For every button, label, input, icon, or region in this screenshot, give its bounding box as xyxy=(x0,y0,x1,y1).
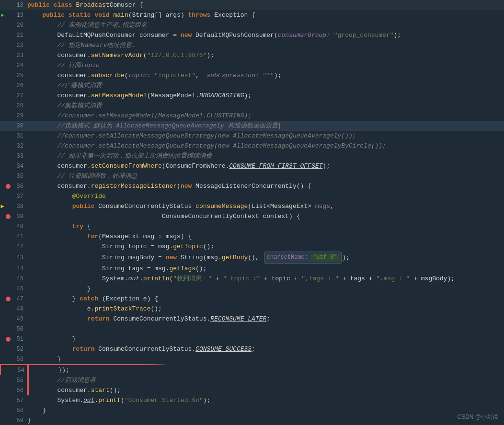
code-content-27: consumer.setMessageModel(MessageModel.BR… xyxy=(26,91,500,101)
line-number-49: 49 xyxy=(12,316,23,322)
code-content-40: try { xyxy=(26,221,500,231)
line-number-20: 20 xyxy=(12,22,23,29)
code-content-59: } xyxy=(26,415,500,425)
line-arrow-22 xyxy=(0,43,5,48)
code-content-52: return ConsumeConcurrentlyStatus.CONSUME… xyxy=(26,344,500,354)
code-line-35: 35 // 注册回调函数，处理消息 xyxy=(0,171,504,181)
line-number-33: 33 xyxy=(12,153,23,160)
line-number-18: 18 xyxy=(12,2,23,9)
line-number-31: 31 xyxy=(12,133,23,139)
line-arrow-42 xyxy=(0,244,5,250)
code-line-27: 27 consumer.setMessageModel(MessageModel… xyxy=(0,91,504,101)
line-arrow-57 xyxy=(0,398,5,403)
line-number-59: 59 xyxy=(12,417,23,424)
line-arrow-50 xyxy=(0,326,5,332)
code-content-23: consumer.setNamesrvAddr("127.0.0.1:9876"… xyxy=(26,50,500,60)
charname-hint: charsetName: "utf-8" xyxy=(264,252,342,264)
code-content-29: //consumer.setMessageModel(MessageModel.… xyxy=(26,111,500,121)
line-number-19: 19 xyxy=(12,12,23,19)
code-content-31: //consumer.setAllocateMessageQueueStrate… xyxy=(26,131,500,141)
line-number-43: 43 xyxy=(12,254,23,261)
code-content-20: // 实例化消息生产者,指定组名 xyxy=(26,20,500,30)
code-line-33: 33 // 如果非第一次启动，那么按上次消费的位置继续消费 xyxy=(0,151,504,161)
code-content-45: System.out.println("收到消息：" + " topic :" … xyxy=(26,274,500,284)
code-line-43: 43 String msgBody = new String(msg.getBo… xyxy=(0,252,504,264)
line-arrow-45 xyxy=(0,276,5,282)
line-number-28: 28 xyxy=(12,103,23,109)
line-number-38: 38 xyxy=(12,203,23,210)
code-line-19: ►19 public static void main(String[] arg… xyxy=(0,10,504,20)
line-number-36: 36 xyxy=(12,183,23,190)
line-arrow-21 xyxy=(0,33,5,38)
code-line-22: 22 // 指定Namesrv地址信息. xyxy=(0,40,504,50)
line-arrow-25 xyxy=(0,73,5,79)
code-line-37: 37 @Override xyxy=(0,191,504,201)
line-number-37: 37 xyxy=(12,193,23,200)
line-number-50: 50 xyxy=(12,326,23,333)
line-number-35: 35 xyxy=(12,173,23,180)
line-number-22: 22 xyxy=(12,42,23,49)
line-number-57: 57 xyxy=(12,397,23,404)
line-number-39: 39 xyxy=(12,213,23,220)
code-line-25: 25 consumer.subscribe(topic: "TopicTest"… xyxy=(0,70,504,80)
code-line-53: 53 } xyxy=(0,354,504,364)
line-number-52: 52 xyxy=(12,346,23,353)
code-content-53: } xyxy=(26,354,500,364)
code-content-47: } catch (Exception e) { xyxy=(26,294,500,304)
code-line-49: 49 return ConsumeConcurrentlyStatus.RECO… xyxy=(0,314,504,324)
line-arrow-18 xyxy=(0,2,5,8)
line-number-42: 42 xyxy=(12,243,23,250)
code-line-47: 47 } catch (Exception e) { xyxy=(0,294,504,304)
code-line-18: 18public class BroadcastComuser { xyxy=(0,0,504,10)
code-content-33: // 如果非第一次启动，那么按上次消费的位置继续消费 xyxy=(26,151,500,161)
code-content-22: // 指定Namesrv地址信息. xyxy=(26,40,500,50)
line-number-56: 56 xyxy=(12,387,23,394)
line-arrow-56 xyxy=(0,388,5,393)
code-line-57: 57 System.out.printf("Consumer Started.%… xyxy=(0,395,504,405)
code-content-28: //集群模式消费 xyxy=(26,101,500,111)
code-content-57: System.out.printf("Consumer Started.%n")… xyxy=(26,395,500,405)
line-number-51: 51 xyxy=(12,336,23,343)
line-number-25: 25 xyxy=(12,72,23,79)
line-arrow-28 xyxy=(0,103,5,109)
line-number-55: 55 xyxy=(12,377,23,384)
red-box-wrapper: 54 }); 55 //启动消息者 56 consumer.start(); xyxy=(0,364,168,395)
code-content-42: String topic = msg.getTopic(); xyxy=(26,241,500,252)
code-editor: 18public class BroadcastComuser {►19 pub… xyxy=(0,0,504,425)
line-arrow-46 xyxy=(0,286,5,292)
code-line-23: 23 consumer.setNamesrvAddr("127.0.0.1:98… xyxy=(0,50,504,60)
line-number-47: 47 xyxy=(12,296,23,302)
line-arrow-24 xyxy=(0,63,5,69)
code-content-55: //启动消息者 xyxy=(26,375,164,385)
code-content-19: public static void main(String[] args) t… xyxy=(26,10,500,20)
code-line-30: 30 //负载模式 默认为 AllocateMessageQueueAverag… xyxy=(0,121,504,131)
code-content-34: consumer.setConsumeFromWhere(ConsumeFrom… xyxy=(26,161,500,171)
line-number-30: 30 xyxy=(12,123,23,129)
code-content-44: String tags = msg.getTags(); xyxy=(26,264,500,274)
code-line-24: 24 // 订阅Topic xyxy=(0,60,504,70)
line-arrow-55 xyxy=(0,378,5,383)
code-content-46: } xyxy=(26,284,500,294)
line-arrow-34 xyxy=(0,163,5,169)
line-arrow-51 xyxy=(0,336,5,342)
line-arrow-41 xyxy=(0,234,5,240)
code-line-55: 55 //启动消息者 xyxy=(0,375,168,385)
code-line-20: 20 // 实例化消息生产者,指定组名 xyxy=(0,20,504,30)
breakpoint-39 xyxy=(6,214,11,219)
line-arrow-20 xyxy=(0,23,5,28)
line-arrow-53 xyxy=(0,356,5,362)
code-line-31: 31 //consumer.setAllocateMessageQueueStr… xyxy=(0,131,504,141)
code-content-32: //consumer.setAllocateMessageQueueStrate… xyxy=(26,141,500,151)
line-number-32: 32 xyxy=(12,143,23,149)
code-content-24: // 订阅Topic xyxy=(26,60,500,70)
line-arrow-19: ► xyxy=(0,12,5,18)
line-arrow-33 xyxy=(0,153,5,159)
line-arrow-27 xyxy=(0,93,5,99)
line-arrow-59 xyxy=(0,418,5,424)
code-line-38: ▶38 public ConsumeConcurrentlyStatus con… xyxy=(0,201,504,211)
line-arrow-39 xyxy=(0,214,5,219)
code-line-48: 48 e.printStackTrace(); xyxy=(0,304,504,314)
code-content-39: ConsumeConcurrentlyContext context) { xyxy=(26,211,500,221)
line-arrow-43 xyxy=(0,255,5,261)
line-arrow-32 xyxy=(0,143,5,149)
